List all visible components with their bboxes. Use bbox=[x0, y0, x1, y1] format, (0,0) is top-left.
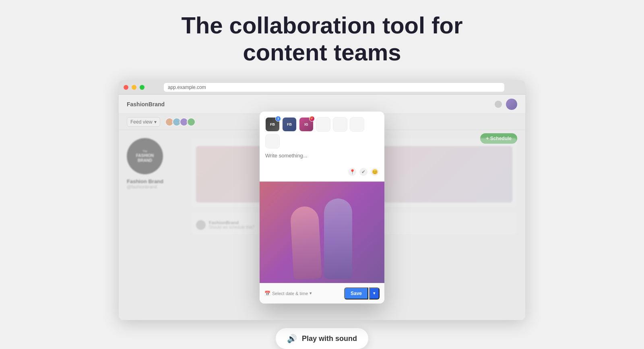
address-text: app.example.com bbox=[168, 85, 206, 90]
platform-icon-1[interactable]: FB 3 bbox=[265, 117, 280, 132]
headline-line2: content teams bbox=[243, 39, 401, 65]
check-icon[interactable]: ✔ bbox=[359, 168, 367, 176]
platform-icon-6[interactable] bbox=[350, 117, 364, 132]
app-area: FashionBrand Feed view ▾ + Schedule bbox=[119, 95, 525, 320]
browser-bar: app.example.com bbox=[119, 80, 525, 95]
modal-tools: 📍 ✔ 😊 bbox=[265, 165, 379, 178]
date-icon: 📅 bbox=[264, 291, 270, 296]
modal-overlay: FB 3 FB IG ✓ bbox=[119, 95, 525, 320]
platform-icon-4[interactable] bbox=[316, 117, 330, 132]
figure-1 bbox=[290, 206, 322, 279]
save-dropdown-button[interactable]: ▾ bbox=[369, 287, 380, 299]
play-sound-wrapper: 🔊 Play with sound bbox=[276, 328, 368, 349]
headline-line1: The collaboration tool for bbox=[181, 12, 462, 38]
modal-footer: 📅 Select date & time ▾ Save ▾ bbox=[260, 283, 384, 304]
dot-green bbox=[140, 85, 144, 90]
write-textarea[interactable] bbox=[265, 153, 379, 164]
browser-window: app.example.com FashionBrand Feed view ▾ bbox=[119, 80, 525, 320]
post-modal: FB 3 FB IG ✓ bbox=[260, 112, 384, 304]
dot-yellow bbox=[132, 85, 136, 90]
date-label: Select date & time bbox=[272, 291, 308, 296]
sound-icon: 🔊 bbox=[287, 334, 297, 343]
modal-date-selector[interactable]: 📅 Select date & time ▾ bbox=[264, 291, 312, 296]
save-button-group: Save ▾ bbox=[344, 287, 380, 299]
platform-icon-3[interactable]: IG ✓ bbox=[299, 117, 314, 132]
location-icon[interactable]: 📍 bbox=[348, 168, 356, 176]
fashion-figures bbox=[260, 182, 384, 283]
page-headline: The collaboration tool for content teams bbox=[181, 12, 462, 66]
figure-2 bbox=[324, 198, 352, 279]
play-sound-label: Play with sound bbox=[302, 335, 357, 343]
dot-red bbox=[124, 85, 128, 90]
platform-icon-5[interactable] bbox=[333, 117, 347, 132]
modal-media bbox=[260, 182, 384, 283]
platform-icon-2[interactable]: FB bbox=[282, 117, 297, 132]
modal-platforms: FB 3 FB IG ✓ bbox=[265, 117, 379, 149]
platform-icon-7[interactable] bbox=[265, 134, 280, 149]
platform-badge-1: 3 bbox=[275, 116, 281, 122]
address-bar: app.example.com bbox=[164, 83, 504, 92]
platform-badge-3: ✓ bbox=[309, 116, 315, 122]
play-sound-button[interactable]: 🔊 Play with sound bbox=[276, 328, 368, 349]
emoji-icon[interactable]: 😊 bbox=[371, 168, 379, 176]
date-chevron: ▾ bbox=[310, 291, 312, 296]
modal-top: FB 3 FB IG ✓ bbox=[260, 112, 384, 182]
save-button[interactable]: Save bbox=[344, 287, 368, 299]
